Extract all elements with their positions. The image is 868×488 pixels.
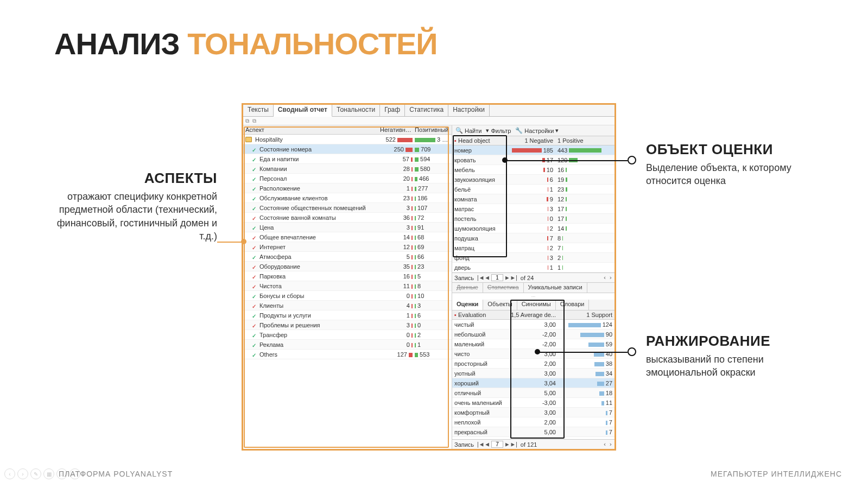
object-row[interactable]: звукоизоляция 6 19: [452, 175, 614, 185]
scroll-left-icon[interactable]: ‹: [603, 274, 607, 281]
object-row[interactable]: дверь 1 1: [452, 263, 614, 272]
object-row[interactable]: мебель 10 16: [452, 165, 614, 175]
tab-3[interactable]: Граф: [380, 105, 405, 116]
lowtab-0[interactable]: Оценки: [452, 300, 483, 310]
last-page-icon[interactable]: ▶|: [511, 441, 518, 448]
tab-5[interactable]: Настройки: [448, 105, 490, 116]
midtab-1[interactable]: Статистика: [483, 283, 524, 293]
midtab-0[interactable]: Данные: [452, 283, 483, 293]
first-page-icon[interactable]: |◀: [476, 274, 483, 281]
aspect-row[interactable]: Интернет12 69: [243, 242, 452, 252]
col-obj-negative[interactable]: 1 Negative: [502, 136, 555, 145]
aspect-row[interactable]: Еда и напитки57 594: [243, 154, 452, 164]
aspect-row[interactable]: Others127 553: [243, 350, 452, 359]
filter-button[interactable]: ▾Фильтр: [486, 127, 511, 134]
col-negative[interactable]: Негативный: [378, 125, 415, 134]
eval-row[interactable]: чистый3,00 124: [452, 320, 614, 329]
object-row[interactable]: матрац 2 7: [452, 243, 614, 253]
page-input[interactable]: [491, 441, 503, 448]
scroll-left-icon[interactable]: ‹: [603, 441, 607, 448]
drag-handle[interactable]: ···: [452, 293, 614, 300]
object-row[interactable]: матрас 3 17: [452, 204, 614, 214]
page-of: of 24: [521, 275, 534, 281]
eval-row[interactable]: просторный2,00 38: [452, 359, 614, 369]
tab-2[interactable]: Тональности: [332, 105, 380, 116]
lowtab-1[interactable]: Объекты: [483, 300, 517, 310]
col-obj-positive[interactable]: 1 Positive: [555, 136, 614, 145]
aspect-row[interactable]: Персонал20 466: [243, 174, 452, 183]
aspect-row[interactable]: Продукты и услуги1 6: [243, 310, 452, 320]
eval-row[interactable]: отличный5,00 18: [452, 388, 614, 398]
object-row[interactable]: постель 0 17: [452, 214, 614, 224]
prev-page-icon[interactable]: ◀: [485, 274, 489, 281]
title-part1: АНАЛИЗ: [54, 27, 187, 61]
eval-row[interactable]: маленький-2,00 59: [452, 339, 614, 349]
object-row[interactable]: фонд 3 2: [452, 253, 614, 263]
midtab-2[interactable]: Уникальные записи: [524, 283, 587, 293]
col-head-object[interactable]: ▪ Head object: [452, 136, 502, 145]
object-row[interactable]: бельё 1 23: [452, 185, 614, 194]
aspect-row[interactable]: Состояние номера250 709: [243, 144, 452, 154]
aspect-row[interactable]: Чистота11 8: [243, 281, 452, 291]
object-row[interactable]: комната 9 12: [452, 194, 614, 204]
eval-row[interactable]: комфортный3,00 7: [452, 408, 614, 417]
col-support[interactable]: 1 Support: [558, 310, 614, 319]
lowtab-3[interactable]: Словари: [556, 300, 590, 310]
tab-4[interactable]: Статистика: [405, 105, 448, 116]
pager-label: Запись: [454, 441, 474, 448]
aspect-row[interactable]: Цена3 91: [243, 223, 452, 232]
page-input[interactable]: [491, 274, 503, 281]
tab-0[interactable]: Тексты: [243, 105, 274, 116]
eval-row[interactable]: неплохой2,00 7: [452, 417, 614, 427]
aspect-row[interactable]: Парковка16 5: [243, 271, 452, 281]
find-button[interactable]: 🔍Найти: [455, 127, 481, 134]
col-positive[interactable]: Позитивный: [415, 125, 452, 134]
footer-left: ПЛАТФОРМА POLYANALYST: [59, 470, 173, 478]
eval-row[interactable]: очень маленький-3,00 11: [452, 398, 614, 408]
aspect-row[interactable]: Атмосфера5 66: [243, 252, 452, 262]
aspect-row[interactable]: Расположение1 277: [243, 183, 452, 193]
eval-row[interactable]: хороший3,04 27: [452, 378, 614, 388]
lowtab-2[interactable]: Синонимы: [517, 300, 556, 310]
eval-row[interactable]: чисто3,00 40: [452, 349, 614, 359]
scroll-right-icon[interactable]: ›: [609, 441, 612, 448]
object-row[interactable]: номер 185 443: [452, 145, 614, 155]
aspect-row[interactable]: Трансфер0 2: [243, 330, 452, 340]
binoculars-icon: 🔍: [455, 127, 463, 134]
aspect-row[interactable]: Клиенты4 3: [243, 301, 452, 310]
scroll-right-icon[interactable]: ›: [609, 274, 612, 281]
aspect-row[interactable]: Оборудование35 23: [243, 262, 452, 271]
aspect-row[interactable]: Реклама0 1: [243, 340, 452, 350]
first-page-icon[interactable]: |◀: [476, 441, 483, 448]
objects-grid: ▪ Head object 1 Negative 1 Positive номе…: [452, 136, 614, 282]
col-evaluation[interactable]: ▪ Evaluation: [452, 310, 506, 319]
check-icon: [252, 293, 257, 299]
evaluations-grid: ▪ Evaluation 1,5 Average de... 1 Support…: [452, 310, 614, 449]
aspect-row[interactable]: Бонусы и сборы0 10: [243, 291, 452, 301]
aspect-row[interactable]: Состояние общественных помещений3 107: [243, 203, 452, 213]
object-row[interactable]: шумоизоляция 2 14: [452, 224, 614, 233]
col-aspect[interactable]: Аспект: [243, 125, 378, 134]
aspect-row[interactable]: Проблемы и решения3 0: [243, 320, 452, 330]
check-icon: [252, 264, 257, 269]
aspect-row[interactable]: Состояние ванной комнаты36 72: [243, 213, 452, 223]
aspect-row[interactable]: Hospitality522 3 343: [243, 135, 452, 144]
next-page-icon[interactable]: ▶: [505, 274, 509, 281]
object-row[interactable]: подушка 7 8: [452, 233, 614, 243]
aspect-row[interactable]: Компании28 580: [243, 164, 452, 174]
prev-page-icon[interactable]: ◀: [485, 441, 489, 448]
settings-button[interactable]: 🔧Настройки ▾: [515, 127, 559, 134]
eval-row[interactable]: прекрасный5,00 7: [452, 427, 614, 437]
aspects-rows: Hospitality522 3 343Состояние номера250 …: [243, 135, 452, 449]
col-avg[interactable]: 1,5 Average de...: [506, 310, 558, 319]
object-row[interactable]: кровать 17 120: [452, 155, 614, 165]
tab-1[interactable]: Сводный отчет: [274, 105, 332, 117]
check-icon: [252, 283, 257, 289]
eval-row[interactable]: небольшой-2,00 90: [452, 329, 614, 339]
last-page-icon[interactable]: ▶|: [511, 274, 518, 281]
aspect-row[interactable]: Общее впечатление14 68: [243, 232, 452, 242]
callout-ranking-heading: РАНЖИРОВАНИЕ: [646, 333, 809, 350]
aspect-row[interactable]: Обслуживание клиентов23 186: [243, 193, 452, 203]
eval-row[interactable]: уютный3,00 34: [452, 369, 614, 378]
next-page-icon[interactable]: ▶: [505, 441, 509, 448]
